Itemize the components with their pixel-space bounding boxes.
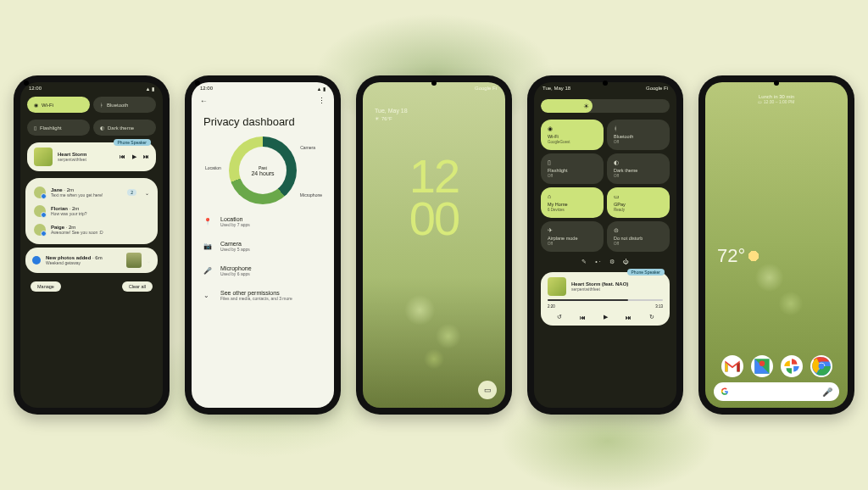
app-gmail[interactable] bbox=[721, 355, 743, 377]
app-chrome[interactable] bbox=[810, 355, 832, 377]
wallet-fab[interactable]: ▭ bbox=[478, 381, 497, 399]
qs-date: Tue, May 18 bbox=[542, 86, 570, 91]
clear-all-button[interactable]: Clear all bbox=[122, 281, 153, 292]
conversation-item[interactable]: Paige · 2mAwesome! See you soon :D bbox=[31, 220, 153, 239]
play-icon[interactable]: ▶ bbox=[604, 314, 608, 320]
permission-location[interactable]: 📍LocationUsed by 7 apps bbox=[192, 209, 334, 234]
qs-flashlight[interactable]: ▯Flashlight bbox=[27, 120, 90, 136]
camera-icon: 📷 bbox=[203, 242, 212, 250]
conversation-group: Jane · 2mText me when you get here! 2 ⌄ … bbox=[25, 178, 158, 244]
phone-home-screen: Lunch in 30 min ▭ 12:30 – 1:00 PM 72° 🎤 bbox=[698, 75, 854, 415]
count-badge: 2 bbox=[127, 189, 136, 196]
brightness-icon: ☀ bbox=[583, 103, 589, 110]
photo-thumbnail bbox=[126, 253, 142, 268]
chevron-down-icon: ⌄ bbox=[203, 292, 212, 299]
svg-point-3 bbox=[818, 364, 824, 370]
output-badge[interactable]: Phone Speaker bbox=[627, 269, 665, 276]
prev-icon[interactable]: ⏮ bbox=[580, 315, 586, 320]
camera-hole bbox=[431, 81, 437, 86]
media-card[interactable]: Phone Speaker Heart Storm (feat. NAO)ser… bbox=[541, 272, 670, 326]
location-icon: 📍 bbox=[203, 218, 212, 226]
tile-wifi[interactable]: ◉Wi-FiGoogleGuest bbox=[541, 120, 604, 150]
tile-home[interactable]: ⌂My Home6 Devices bbox=[541, 187, 604, 218]
track-artist: serpentwithfeet bbox=[571, 287, 663, 292]
phone-quick-settings: Tue, May 18Google Fi ☀ ◉Wi-FiGoogleGuest… bbox=[527, 75, 683, 415]
carrier-label: Google Fi bbox=[646, 86, 668, 91]
photos-icon bbox=[32, 256, 41, 264]
home-icon: ⌂ bbox=[548, 192, 597, 200]
dnd-icon: ⊝ bbox=[614, 226, 663, 234]
camera-hole bbox=[24, 81, 29, 86]
rewind-icon[interactable]: ↺ bbox=[557, 314, 562, 320]
tile-airplane[interactable]: ✈Airplane modeOff bbox=[541, 221, 604, 252]
qs-wifi[interactable]: ◉Wi-Fi bbox=[27, 97, 90, 113]
photos-notification[interactable]: New photos added · 6mWeekend getaway ⌄ bbox=[25, 248, 158, 273]
chevron-down-icon[interactable]: ⌄ bbox=[145, 190, 149, 196]
status-time: 12:00 bbox=[29, 86, 42, 92]
status-bar: 12:00 ▲ ▮ bbox=[20, 82, 163, 93]
app-photos[interactable] bbox=[781, 355, 803, 377]
at-a-glance[interactable]: Lunch in 30 min ▭ 12:30 – 1:00 PM bbox=[758, 94, 794, 104]
calendar-icon: ▭ bbox=[758, 99, 762, 104]
album-art bbox=[34, 148, 53, 166]
settings-icon[interactable]: ⚙ bbox=[609, 259, 615, 265]
camera-hole bbox=[603, 81, 608, 86]
status-icons: ▲ ▮ bbox=[316, 86, 326, 92]
more-icon[interactable]: ⋮ bbox=[318, 97, 326, 105]
carrier-label: Google Fi bbox=[475, 86, 497, 91]
usage-donut: Camera Location Microphone Past 24 hours bbox=[229, 136, 297, 204]
airplane-icon: ✈ bbox=[548, 226, 597, 234]
camera-hole bbox=[195, 81, 200, 86]
see-other-permissions[interactable]: ⌄See other permissionsFiles and media, c… bbox=[192, 283, 334, 308]
home-dock bbox=[705, 355, 848, 377]
avatar bbox=[34, 187, 46, 198]
status-icons: ▲ ▮ bbox=[145, 86, 154, 92]
next-icon[interactable]: ⏭ bbox=[626, 315, 632, 320]
qs-bluetooth[interactable]: ᚼBluetooth bbox=[93, 97, 156, 113]
media-card[interactable]: Phone Speaker Heart Storm serpentwithfee… bbox=[27, 142, 156, 171]
conversation-item[interactable]: Jane · 2mText me when you get here! 2 ⌄ bbox=[31, 183, 153, 202]
bluetooth-icon: ᚼ bbox=[100, 103, 103, 108]
mic-icon[interactable]: 🎤 bbox=[822, 387, 832, 397]
conversation-item[interactable]: Florian · 2mHow was your trip? bbox=[31, 202, 153, 220]
weather-widget[interactable]: 72° bbox=[717, 245, 760, 267]
microphone-icon: 🎤 bbox=[203, 267, 212, 275]
wifi-icon: ◉ bbox=[34, 102, 38, 108]
page-title: Privacy dashboard bbox=[192, 109, 334, 131]
bluetooth-icon: ᚼ bbox=[614, 125, 663, 132]
avatar bbox=[34, 224, 46, 236]
tile-gpay[interactable]: ▭GPayReady bbox=[607, 187, 670, 218]
back-icon[interactable]: ← bbox=[200, 97, 208, 105]
prev-icon[interactable]: ⏮ bbox=[120, 153, 125, 160]
tile-darktheme[interactable]: ◐Dark themeOff bbox=[607, 153, 670, 184]
app-maps[interactable] bbox=[751, 355, 773, 377]
qs-darktheme[interactable]: ◐Dark theme bbox=[93, 120, 156, 136]
tile-dnd[interactable]: ⊝Do not disturbOff bbox=[607, 221, 670, 252]
album-art bbox=[548, 277, 566, 296]
permission-camera[interactable]: 📷CameraUsed by 5 apps bbox=[192, 234, 334, 259]
flashlight-icon: ▯ bbox=[34, 125, 36, 131]
wallpaper bbox=[363, 82, 505, 408]
output-badge[interactable]: Phone Speaker bbox=[114, 139, 151, 146]
edit-icon[interactable]: ✎ bbox=[581, 259, 587, 265]
tile-bluetooth[interactable]: ᚼBluetoothOff bbox=[607, 120, 670, 150]
play-icon[interactable]: ▶ bbox=[132, 153, 136, 160]
wifi-icon: ◉ bbox=[548, 125, 597, 132]
sun-icon bbox=[747, 249, 760, 263]
track-artist: serpentwithfeet bbox=[58, 157, 114, 162]
manage-button[interactable]: Manage bbox=[31, 281, 61, 292]
google-logo-icon bbox=[721, 387, 729, 396]
next-icon[interactable]: ⏭ bbox=[143, 153, 149, 160]
phone-privacy-dashboard: 12:00▲ ▮ ← ⋮ Privacy dashboard Camera Lo… bbox=[185, 75, 341, 415]
tile-flashlight[interactable]: ▯FlashlightOff bbox=[541, 153, 604, 184]
camera-hole bbox=[774, 81, 779, 86]
avatar bbox=[34, 205, 46, 217]
chevron-down-icon[interactable]: ⌄ bbox=[147, 258, 151, 264]
brightness-slider[interactable]: ☀ bbox=[541, 99, 670, 113]
forward-icon[interactable]: ↻ bbox=[649, 314, 654, 320]
permission-microphone[interactable]: 🎤MicrophoneUsed by 6 apps bbox=[192, 259, 334, 283]
power-icon[interactable]: ⏻ bbox=[623, 259, 629, 265]
pager-dots: • · bbox=[595, 259, 600, 265]
darktheme-icon: ◐ bbox=[614, 159, 663, 166]
search-bar[interactable]: 🎤 bbox=[714, 382, 839, 401]
